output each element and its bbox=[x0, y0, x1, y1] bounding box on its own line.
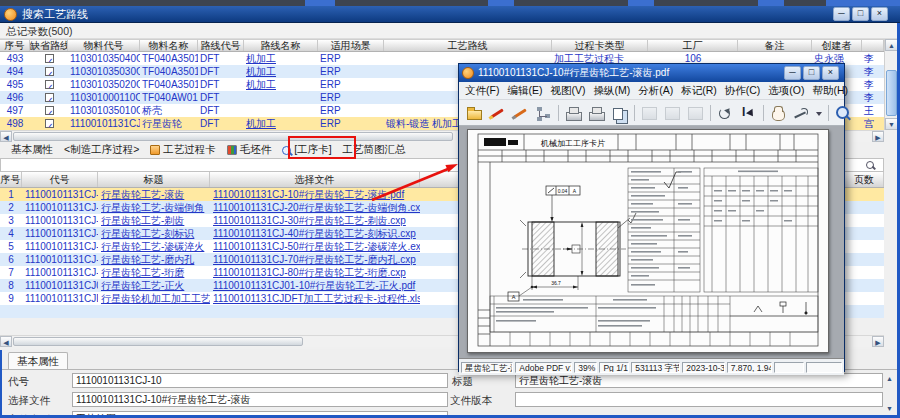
col-header[interactable]: 工艺路线 bbox=[384, 40, 552, 51]
print-setup-icon[interactable] bbox=[586, 104, 607, 122]
tab-blank-part[interactable]: 毛坯件 bbox=[227, 143, 272, 157]
cell-material-code[interactable]: 110301035030CJ bbox=[68, 65, 140, 78]
checkbox-checked[interactable]: ✓ bbox=[45, 119, 54, 128]
cell-file-link[interactable]: 11100101131CJ-70#行星齿轮工艺-磨内孔.cxp bbox=[210, 253, 420, 266]
status-page-number[interactable]: Pg 1/1 bbox=[599, 362, 629, 373]
tab-manufacture-process[interactable]: <制造工序过程> bbox=[64, 143, 139, 157]
pdf-document-area[interactable]: 机械加工工序卡片 0.04 A bbox=[459, 126, 844, 359]
cell-file-link[interactable]: 11100101131CJ01-10#行星齿轮工艺-正火.pdf bbox=[210, 279, 420, 292]
cell-file-link[interactable]: 11100101131CJ-50#行星齿轮工艺-渗碳淬火.exb bbox=[210, 240, 420, 253]
menu-options[interactable]: 选项(O) bbox=[768, 84, 804, 98]
menu-analyze[interactable]: 分析(A) bbox=[638, 84, 673, 98]
col-header[interactable]: 页数 bbox=[845, 172, 884, 187]
cell-title[interactable]: 行星齿轮工艺-齿端倒角 bbox=[98, 201, 210, 214]
select-text-icon[interactable] bbox=[738, 104, 759, 122]
cell-title[interactable]: 行星齿轮工艺-渗碳淬火 bbox=[98, 240, 210, 253]
menu-help[interactable]: 帮助(H) bbox=[813, 84, 849, 98]
col-header[interactable]: 工厂 bbox=[648, 40, 738, 51]
checkbox-checked[interactable]: ✓ bbox=[45, 106, 54, 115]
print-icon[interactable] bbox=[563, 104, 584, 122]
scroll-right-icon[interactable]: ▶ bbox=[872, 336, 884, 347]
cell-file-link[interactable]: 11100101131CJ-40#行星齿轮工艺-刻标识.cxp bbox=[210, 227, 420, 240]
col-header[interactable]: 备注 bbox=[738, 40, 812, 51]
hand-pan-icon[interactable] bbox=[768, 104, 789, 122]
cell-title[interactable]: 行星齿轮工艺-滚齿 bbox=[98, 188, 210, 201]
menu-collaborate[interactable]: 协作(C) bbox=[725, 84, 761, 98]
menu-file[interactable]: 文件(F) bbox=[465, 84, 499, 98]
tab-basic-props[interactable]: 基本属性 bbox=[11, 143, 53, 157]
checkbox-checked[interactable]: ✓ bbox=[45, 80, 54, 89]
pdf-titlebar[interactable]: 11100101131CJ-10#行星齿轮工艺-滚齿.pdf ─ □ × bbox=[459, 64, 844, 82]
cell-title[interactable]: 行星齿轮机加工加工工艺过... bbox=[98, 292, 210, 305]
col-header[interactable]: 物料名称 bbox=[140, 40, 198, 51]
cell-route-name[interactable]: 机加工 bbox=[244, 78, 318, 91]
col-header[interactable]: 缺省路线 bbox=[30, 40, 68, 51]
minimize-button[interactable]: ─ bbox=[833, 7, 850, 21]
menu-markup[interactable]: 标记(R) bbox=[681, 84, 717, 98]
scrollbar-thumb[interactable] bbox=[886, 70, 897, 116]
cell-file-link[interactable]: 11100101131CJDFT加工工艺过程卡-过程件.xlsx bbox=[210, 292, 420, 305]
cell-title[interactable]: 行星齿轮工艺-正火 bbox=[98, 279, 210, 292]
zoom-in-icon[interactable] bbox=[833, 104, 854, 122]
rotate-angle-icon[interactable] bbox=[791, 104, 812, 122]
cell-route-name[interactable]: 机加工 bbox=[244, 117, 318, 130]
cell-material-name[interactable]: TF040AW01570... bbox=[140, 91, 198, 104]
tab-basic-props-bottom[interactable]: 基本属性 bbox=[8, 352, 68, 370]
cell-material-name[interactable]: 行星齿轮 bbox=[140, 117, 198, 130]
checkbox-checked[interactable]: ✓ bbox=[45, 54, 54, 63]
maximize-button[interactable]: □ bbox=[852, 7, 869, 21]
cell-material-code[interactable]: 110301035010CJ bbox=[68, 104, 140, 117]
title-field[interactable] bbox=[515, 373, 883, 388]
cell-material-name[interactable]: TF040A35015500... bbox=[140, 78, 198, 91]
col-header[interactable]: 路线名称 bbox=[244, 40, 318, 51]
scrollbar-thumb[interactable] bbox=[13, 337, 303, 346]
version-field[interactable] bbox=[515, 392, 883, 407]
search-icon[interactable] bbox=[866, 161, 874, 169]
cell-material-code[interactable]: 110301000110CJ bbox=[68, 91, 140, 104]
cell-title[interactable]: 行星齿轮工艺-剃齿 bbox=[98, 214, 210, 227]
cell-material-code[interactable]: 110301035040CJ bbox=[68, 52, 140, 65]
cell-route-name[interactable] bbox=[244, 91, 318, 104]
scrollbar-thumb[interactable] bbox=[13, 132, 453, 141]
cell-file-link[interactable]: 11100101131CJ-30#行星齿轮工艺-剃齿.cxp bbox=[210, 214, 420, 227]
close-button[interactable]: × bbox=[871, 7, 888, 21]
scroll-left-icon[interactable]: ◀ bbox=[0, 336, 12, 347]
scroll-right-icon[interactable]: ▶ bbox=[872, 131, 884, 142]
cell-file-link[interactable]: 11100101131CJ-80#行星齿轮工艺-珩磨.cxp bbox=[210, 266, 420, 279]
col-header[interactable]: 路线代号 bbox=[198, 40, 244, 51]
open-file-icon[interactable] bbox=[464, 104, 485, 122]
rotate-page-icon[interactable] bbox=[715, 104, 736, 122]
file-field[interactable] bbox=[72, 392, 448, 407]
cell-route-name[interactable]: 机加工 bbox=[244, 65, 318, 78]
checkbox-checked[interactable]: ✓ bbox=[45, 93, 54, 102]
close-button[interactable]: × bbox=[822, 66, 839, 80]
code-field[interactable] bbox=[72, 373, 448, 388]
cell-title[interactable]: 行星齿轮工艺-珩磨 bbox=[98, 266, 210, 279]
scroll-down-icon[interactable]: ▼ bbox=[886, 405, 893, 412]
cell-route-name[interactable]: 机加工 bbox=[244, 52, 318, 65]
checkbox-checked[interactable]: ✓ bbox=[45, 67, 54, 76]
col-header[interactable]: 序号 bbox=[0, 172, 22, 187]
scroll-up-icon[interactable]: ▲ bbox=[886, 375, 893, 382]
menu-edit[interactable]: 编辑(E) bbox=[507, 84, 542, 98]
chevron-down-icon[interactable] bbox=[814, 104, 824, 122]
cell-title[interactable]: 行星齿轮工艺-刻标识 bbox=[98, 227, 210, 240]
menu-manipulate[interactable]: 操纵(M) bbox=[593, 84, 630, 98]
col-header[interactable]: 过程卡类型 bbox=[552, 40, 648, 51]
markup-pen-icon[interactable] bbox=[487, 104, 508, 122]
col-header[interactable]: 序号 bbox=[0, 40, 30, 51]
structure-tree-icon[interactable] bbox=[533, 104, 554, 122]
col-header[interactable]: 适用场景 bbox=[318, 40, 384, 51]
minimize-button[interactable]: ─ bbox=[784, 66, 801, 80]
maximize-button[interactable]: □ bbox=[803, 66, 820, 80]
col-header[interactable]: 创建者 bbox=[812, 40, 862, 51]
cell-material-name[interactable]: TF040A35012600... bbox=[140, 65, 198, 78]
cell-route-name[interactable] bbox=[244, 104, 318, 117]
cell-title[interactable]: 行星齿轮工艺-磨内孔 bbox=[98, 253, 210, 266]
cell-material-code[interactable]: 11100101131CJ bbox=[68, 117, 140, 130]
markup-pen2-icon[interactable] bbox=[510, 104, 531, 122]
col-header[interactable]: 代号 bbox=[22, 172, 98, 187]
cell-material-name[interactable]: 桥壳 bbox=[140, 104, 198, 117]
cell-material-code[interactable]: 110301035020CJ bbox=[68, 78, 140, 91]
col-header[interactable]: 标题 bbox=[98, 172, 210, 187]
